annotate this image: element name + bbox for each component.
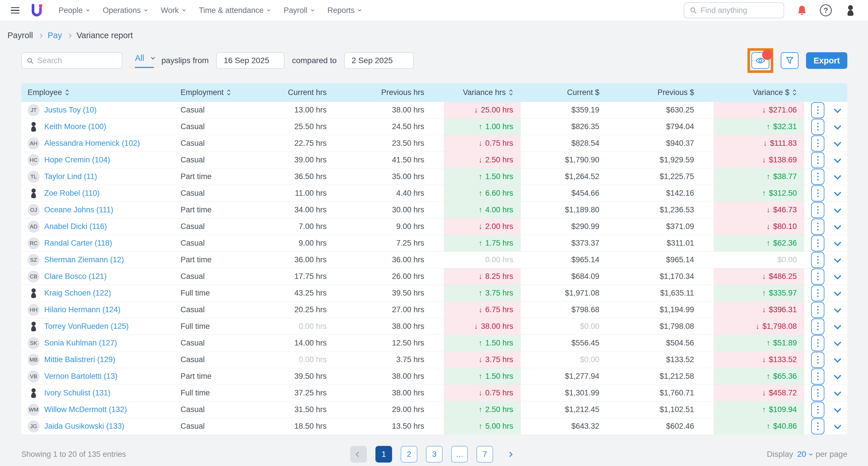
pagination-page-3[interactable]: 3: [426, 446, 443, 463]
row-menu-button[interactable]: [811, 202, 825, 218]
row-menu-button[interactable]: [811, 352, 825, 368]
arrow-down-icon: ↓: [762, 305, 766, 314]
row-expand-chevron[interactable]: [834, 239, 841, 246]
pagination-page-7[interactable]: 7: [476, 446, 493, 463]
row-expand-chevron[interactable]: [834, 355, 841, 363]
row-menu-button[interactable]: [811, 335, 825, 351]
row-expand-chevron[interactable]: [834, 305, 841, 312]
row-menu-button[interactable]: [811, 119, 825, 135]
row-menu-button[interactable]: [811, 402, 825, 418]
employee-link[interactable]: Justus Toy (10): [44, 105, 97, 115]
row-expand-chevron[interactable]: [834, 255, 841, 262]
filter-button[interactable]: [781, 52, 799, 69]
export-button[interactable]: Export: [806, 52, 847, 69]
payslip-scope-select[interactable]: All: [135, 53, 154, 68]
employee-link[interactable]: Ivory Schulist (131): [44, 389, 111, 397]
row-menu-button[interactable]: [811, 418, 825, 434]
employee-link[interactable]: Anabel Dicki (116): [44, 222, 107, 231]
date-from-input[interactable]: 16 Sep 2025: [216, 52, 284, 69]
employee-link[interactable]: Vernon Bartoletti (13): [44, 372, 117, 381]
row-menu-button[interactable]: [811, 368, 825, 384]
row-expand-chevron[interactable]: [834, 289, 841, 296]
app-logo[interactable]: [30, 3, 43, 17]
employee-link[interactable]: Keith Moore (100): [44, 122, 106, 131]
row-expand-chevron[interactable]: [834, 389, 841, 396]
employee-link[interactable]: Randal Carter (118): [44, 239, 112, 248]
header-employment[interactable]: Employment: [181, 83, 262, 101]
global-search-input[interactable]: [701, 6, 778, 15]
menu-people[interactable]: People: [59, 6, 88, 15]
employee-link[interactable]: Sherman Ziemann (12): [44, 255, 124, 264]
menu-reports[interactable]: Reports: [328, 6, 361, 15]
employee-link[interactable]: Clare Bosco (121): [44, 272, 107, 281]
row-expand-chevron[interactable]: [834, 105, 841, 113]
breadcrumb-pay[interactable]: Pay: [48, 31, 62, 40]
user-avatar[interactable]: [844, 4, 857, 17]
pagination-ellipsis[interactable]: …: [451, 446, 468, 463]
previous-hrs-cell: 3.75 hrs: [334, 351, 432, 368]
employee-link[interactable]: Taylor Lind (11): [44, 172, 97, 181]
row-menu-button[interactable]: [811, 185, 825, 201]
row-menu-button[interactable]: [811, 169, 825, 185]
employee-link[interactable]: Kraig Schoen (122): [44, 289, 111, 298]
row-menu-button[interactable]: [811, 318, 825, 335]
notifications-bell-icon[interactable]: [796, 5, 808, 16]
header-employee[interactable]: Employee: [21, 83, 181, 101]
row-menu-button[interactable]: [811, 235, 825, 251]
pagination-page-1[interactable]: 1: [375, 446, 392, 463]
pagination-next-button[interactable]: [502, 446, 518, 463]
row-menu-button[interactable]: [811, 219, 825, 235]
help-icon[interactable]: ?: [820, 4, 832, 17]
row-expand-chevron[interactable]: [834, 422, 841, 429]
row-expand-chevron[interactable]: [834, 339, 841, 346]
row-menu-button[interactable]: [811, 252, 825, 268]
row-menu-button[interactable]: [811, 385, 825, 401]
employee-link[interactable]: Sonia Kuhlman (127): [44, 339, 117, 347]
employee-link[interactable]: Alessandra Homenick (102): [44, 139, 140, 148]
employee-link[interactable]: Hilario Hermann (124): [44, 305, 121, 314]
menu-operations[interactable]: Operations: [103, 6, 146, 15]
employee-link[interactable]: Oceane Johns (111): [44, 206, 113, 214]
menu-time-attendance[interactable]: Time & attendance: [199, 6, 270, 15]
pagination-page-2[interactable]: 2: [401, 446, 417, 463]
row-expand-chevron[interactable]: [834, 322, 841, 329]
header-variance-hrs[interactable]: Variance hrs: [432, 83, 521, 101]
row-expand-chevron[interactable]: [834, 189, 841, 196]
menu-payroll[interactable]: Payroll: [284, 6, 313, 15]
row-menu-button[interactable]: [811, 152, 825, 168]
row-expand-chevron[interactable]: [834, 405, 841, 412]
row-expand-chevron[interactable]: [834, 172, 841, 179]
hamburger-menu-icon[interactable]: [11, 7, 20, 14]
employee-link[interactable]: Jaida Gusikowski (133): [44, 422, 124, 431]
date-to-input[interactable]: 2 Sep 2025: [344, 52, 414, 69]
row-expand-chevron[interactable]: [834, 139, 841, 146]
variance-amount-cell: ↓$486.25: [702, 268, 804, 285]
table-search[interactable]: [21, 52, 122, 69]
employment-cell: Casual: [181, 302, 262, 318]
employee-link[interactable]: Torrey VonRueden (125): [44, 322, 129, 331]
employee-link[interactable]: Mittie Balistreri (129): [44, 355, 115, 364]
row-menu-button[interactable]: [811, 269, 825, 285]
employee-link[interactable]: Willow McDermott (132): [44, 405, 127, 414]
employee-link[interactable]: Hope Cremin (104): [44, 156, 110, 164]
employee-link[interactable]: Zoe Robel (110): [44, 189, 100, 198]
menu-work[interactable]: Work: [161, 6, 185, 15]
row-expand-chevron[interactable]: [834, 206, 841, 213]
per-page-select[interactable]: 20: [797, 449, 811, 459]
row-menu-button[interactable]: [811, 135, 825, 152]
row-expand-chevron[interactable]: [834, 372, 841, 379]
pagination-prev-button[interactable]: [350, 446, 367, 463]
breadcrumb-payroll[interactable]: Payroll: [7, 31, 33, 40]
row-menu-button[interactable]: [811, 102, 825, 118]
row-expand-chevron[interactable]: [834, 122, 841, 129]
header-variance-[interactable]: Variance $: [702, 83, 804, 101]
row-expand-chevron[interactable]: [834, 156, 841, 163]
row-menu-button[interactable]: [811, 302, 825, 318]
row-expand-chevron[interactable]: [834, 222, 841, 229]
avatar-initials: CB: [28, 271, 40, 283]
global-search[interactable]: [684, 2, 784, 19]
variance-amount-cell: ↓$80.10: [702, 218, 804, 235]
row-expand-chevron[interactable]: [834, 272, 841, 279]
row-menu-button[interactable]: [811, 285, 825, 301]
table-search-input[interactable]: [37, 56, 117, 65]
